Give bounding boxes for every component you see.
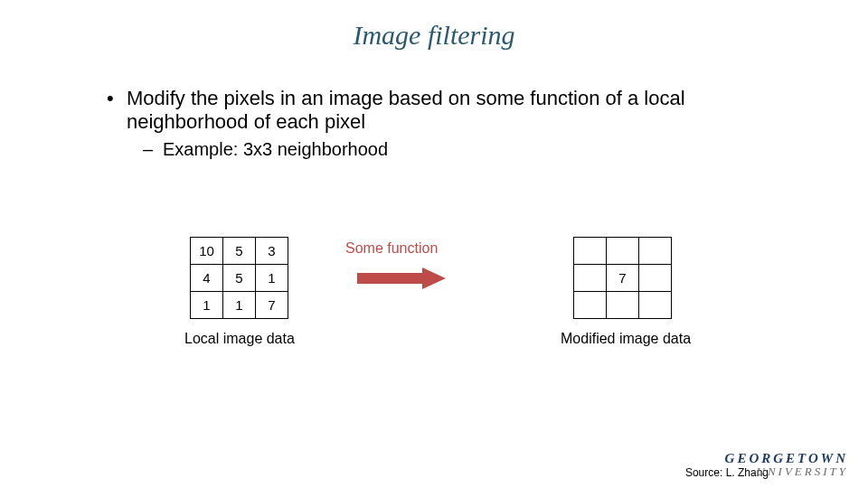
grid-cell: 1 — [191, 292, 223, 319]
bullet-main: Modify the pixels in an image based on s… — [127, 87, 760, 134]
grid-cell — [607, 238, 639, 265]
grid-cell: 1 — [256, 265, 288, 292]
arrow-icon — [357, 267, 448, 289]
grid-cell: 5 — [223, 265, 256, 292]
grid-cell: 7 — [607, 265, 639, 292]
grid-cell — [639, 265, 672, 292]
grid-cell: 3 — [256, 238, 288, 265]
grid-cell — [607, 292, 639, 319]
grid-cell: 5 — [223, 238, 256, 265]
grid-cell — [639, 238, 672, 265]
logo-line2: UNIVERSITY — [725, 465, 848, 479]
slide-title: Image filtering — [0, 0, 868, 51]
logo: GEORGETOWN UNIVERSITY — [725, 452, 848, 479]
grid-cell — [574, 238, 607, 265]
grid-cell: 7 — [256, 292, 288, 319]
grid-cell — [574, 265, 607, 292]
grid-cell: 4 — [191, 265, 223, 292]
local-image-grid: 10 5 3 4 5 1 1 1 7 — [190, 237, 288, 319]
svg-rect-0 — [357, 273, 422, 284]
grid-cell: 10 — [191, 238, 223, 265]
caption-local: Local image data — [184, 331, 295, 347]
bullet-sub: Example: 3x3 neighborhood — [163, 139, 760, 160]
caption-modified: Modified image data — [561, 331, 691, 347]
grid-cell — [574, 292, 607, 319]
svg-marker-1 — [422, 267, 446, 289]
grid-cell — [639, 292, 672, 319]
modified-image-grid: 7 — [573, 237, 672, 319]
grid-cell: 1 — [223, 292, 256, 319]
function-label: Some function — [345, 240, 438, 257]
